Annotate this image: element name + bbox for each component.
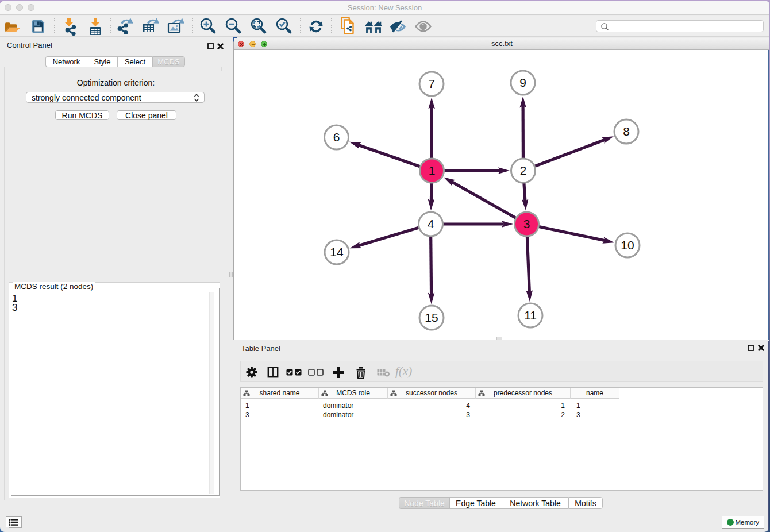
svg-text:15: 15	[425, 311, 438, 324]
svg-text:1: 1	[429, 164, 436, 177]
svg-text:14: 14	[330, 245, 344, 259]
svg-text:7: 7	[428, 77, 435, 90]
svg-text:9: 9	[519, 76, 526, 89]
svg-text:3: 3	[523, 217, 530, 230]
svg-text:6: 6	[333, 130, 340, 144]
svg-text:2: 2	[520, 164, 527, 177]
svg-text:4: 4	[428, 217, 434, 230]
svg-text:8: 8	[623, 125, 630, 138]
svg-text:11: 11	[524, 309, 537, 322]
svg-text:10: 10	[621, 238, 634, 252]
